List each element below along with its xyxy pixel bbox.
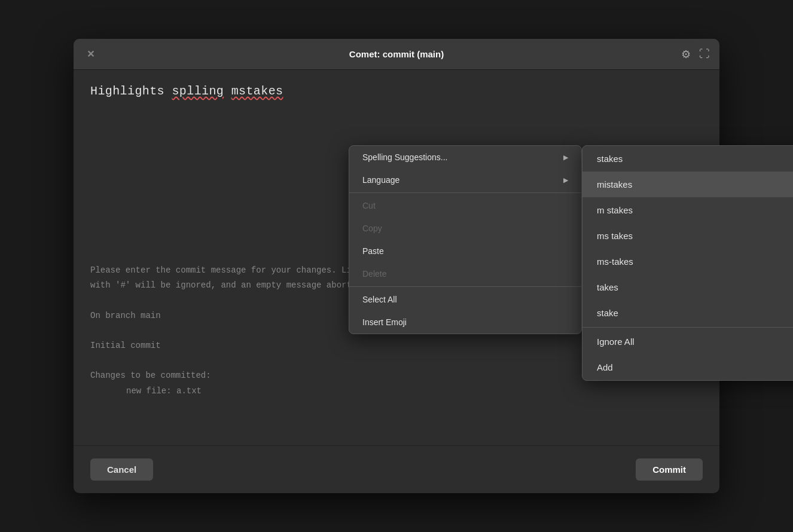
menu-item-delete: Delete (349, 262, 581, 285)
titlebar-actions: ⚙ ⛶ (681, 48, 710, 61)
titlebar: ✕ Comet: commit (main) ⚙ ⛶ (74, 39, 719, 70)
menu-separator-1 (349, 192, 581, 193)
menu-item-insert-emoji[interactable]: Insert Emoji (349, 311, 581, 334)
spelling-submenu: stakes mistakes m stakes ms takes ms-tak… (582, 145, 793, 381)
suggestion-mistakes[interactable]: mistakes (582, 172, 793, 197)
commit-text-before: Highlights (90, 84, 172, 98)
menu-item-cut-label: Cut (362, 201, 376, 210)
language-arrow-icon: ▶ (563, 176, 568, 184)
info-file: new file: a.txt (126, 384, 703, 399)
menu-item-paste[interactable]: Paste (349, 240, 581, 262)
menu-item-paste-label: Paste (362, 246, 384, 256)
fullscreen-icon[interactable]: ⛶ (699, 48, 710, 60)
spell-error-1: splling (172, 84, 224, 98)
menu-item-select-all-label: Select All (362, 295, 397, 304)
suggestion-stake[interactable]: stake (582, 300, 793, 326)
context-menu: Spelling Suggestions... ▶ Language ▶ Cut… (349, 145, 582, 334)
gear-icon[interactable]: ⚙ (681, 48, 691, 61)
suggestion-takes[interactable]: takes (582, 274, 793, 300)
menu-separator-2 (349, 286, 581, 287)
spelling-arrow-icon: ▶ (563, 154, 568, 161)
menu-item-cut: Cut (349, 194, 581, 217)
window-title: Comet: commit (main) (349, 49, 444, 59)
spell-error-2: mstakes (231, 84, 283, 98)
suggestion-ms-takes-hyphen[interactable]: ms-takes (582, 249, 793, 274)
menu-item-insert-emoji-label: Insert Emoji (362, 317, 407, 327)
action-add[interactable]: Add (582, 354, 793, 380)
menu-item-language-label: Language (362, 175, 399, 185)
menu-item-select-all[interactable]: Select All (349, 288, 581, 311)
submenu-separator (582, 327, 793, 328)
footer: Cancel Commit (74, 445, 719, 493)
menu-item-spelling-label: Spelling Suggestions... (362, 152, 447, 162)
cancel-button[interactable]: Cancel (90, 458, 153, 481)
editor-area[interactable]: Highlights splling mstakes (74, 70, 719, 108)
menu-item-copy: Copy (349, 217, 581, 240)
commit-text-space (224, 84, 231, 98)
menu-item-spelling[interactable]: Spelling Suggestions... ▶ (349, 146, 581, 169)
suggestion-m-stakes[interactable]: m stakes (582, 197, 793, 223)
menu-item-copy-label: Copy (362, 224, 382, 233)
action-ignore-all[interactable]: Ignore All (582, 329, 793, 354)
commit-button[interactable]: Commit (636, 458, 703, 481)
menu-item-language[interactable]: Language ▶ (349, 169, 581, 191)
close-button[interactable]: ✕ (83, 47, 97, 62)
main-window: ✕ Comet: commit (main) ⚙ ⛶ Highlights sp… (74, 39, 719, 493)
menu-item-delete-label: Delete (362, 269, 386, 279)
commit-text-line: Highlights splling mstakes (90, 84, 703, 98)
suggestion-stakes[interactable]: stakes (582, 146, 793, 172)
suggestion-ms-takes[interactable]: ms takes (582, 223, 793, 249)
